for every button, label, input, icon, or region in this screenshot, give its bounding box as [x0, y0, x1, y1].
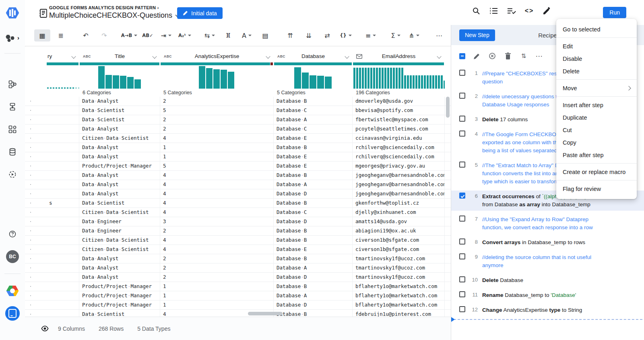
histogram-bar[interactable] [396, 68, 398, 89]
data-quality-bar[interactable] [47, 62, 78, 65]
cell-database[interactable]: Database·C [274, 208, 353, 217]
cell-title[interactable]: Data·Engineer [79, 226, 160, 235]
aggregate-button[interactable]: Σ [388, 29, 404, 41]
cell-col0[interactable] [46, 124, 79, 133]
cell-database[interactable]: Database·B [274, 226, 353, 235]
cell-title[interactable]: Product/Project·Manager [79, 291, 160, 300]
histogram-bar[interactable] [427, 75, 429, 89]
cell-title[interactable]: Product/Project·Manager [79, 162, 160, 170]
table-row[interactable]: Data·Analyst2Database·Bdmoverley8@usda.g… [25, 97, 451, 106]
column-header-email[interactable]: EmailAddress196 Categories [353, 52, 445, 97]
data-quality-bar[interactable] [274, 62, 352, 65]
cell-col0[interactable] [46, 134, 79, 143]
menu-item-paste-after-step[interactable]: Paste after step [556, 149, 637, 161]
histogram-bar[interactable] [421, 75, 423, 89]
table-row[interactable]: Data·Analyst4Database·Djgeogheganv@barne… [25, 189, 451, 199]
cell-analytics[interactable]: 2 [160, 226, 274, 235]
cell-analytics[interactable]: 2 [160, 97, 274, 106]
cell-analytics[interactable]: 2 [160, 124, 274, 133]
table-row[interactable]: Data·Analyst1Database·Erchilverq@science… [25, 152, 451, 162]
merge-columns-button[interactable]: ][ [220, 29, 236, 41]
cell-col0[interactable] [46, 208, 79, 217]
table-row[interactable]: Data·Analyst2Database·Cpcoytel@seattleti… [25, 124, 451, 134]
cell-title[interactable]: Data·Analyst [79, 180, 160, 189]
histogram-bar[interactable] [404, 75, 406, 89]
histogram-bar[interactable] [384, 68, 386, 89]
reorder-steps-icon[interactable]: ⇅ [519, 52, 528, 60]
histogram-bar[interactable] [398, 68, 400, 89]
histogram-bar[interactable] [356, 68, 358, 89]
recipe-step-10[interactable]: 10Delete Database [451, 274, 644, 286]
column-header-title[interactable]: ABCTitle6 Categories [79, 52, 160, 97]
histogram-bar[interactable] [72, 87, 74, 89]
steps-check-icon[interactable] [507, 6, 516, 15]
table-row[interactable]: Data·Scientist2Database·Afbertwistlec@my… [25, 115, 451, 124]
menu-item-move[interactable]: Move [556, 82, 637, 94]
histogram-bar[interactable] [221, 70, 227, 89]
table-row[interactable]: Data·Scientist4Database·Bfdebruijn1u@pin… [25, 310, 451, 317]
step-text[interactable]: Change AnalyticsExpertise type to String [482, 306, 641, 314]
cell-email[interactable]: pcoytel@seattletimes.com [353, 124, 445, 133]
cell-analytics[interactable]: 4 [160, 189, 274, 198]
transpose-button[interactable]: ⇄ [319, 29, 335, 41]
menu-item-cut[interactable]: Cut [556, 124, 637, 136]
cell-analytics[interactable]: 4 [160, 208, 274, 217]
step-checkbox[interactable] [459, 276, 465, 282]
cell-database[interactable]: Database·C [274, 106, 353, 115]
breadcrumb[interactable]: GOOGLE FORMS ANALYTICS DESIGN PATTERN › [49, 5, 159, 10]
horizontal-scrollbar[interactable] [248, 312, 283, 315]
cell-col0[interactable] [46, 217, 79, 226]
recipe-step-8[interactable]: 8Convert arrays in Database_temp to rows [451, 236, 644, 249]
cell-col0[interactable] [46, 310, 79, 317]
cell-email[interactable]: abiagioni19@ox.ac.uk [353, 226, 445, 235]
data-quality-bar[interactable] [161, 62, 273, 65]
cell-database[interactable]: Database·B [274, 97, 353, 106]
histogram-bar[interactable] [120, 76, 126, 89]
cell-analytics[interactable]: 3 [160, 217, 274, 226]
cell-database[interactable]: Database·D [274, 189, 353, 198]
recipe-step-11[interactable]: 11Rename Database_temp to 'Database' [451, 289, 644, 301]
cell-database[interactable]: Database·E [274, 152, 353, 161]
format-text-button[interactable]: A [239, 29, 255, 41]
table-row[interactable]: Data·Analyst2Database·Btmartinovsky1f@uc… [25, 254, 451, 263]
histogram-bar[interactable] [373, 68, 375, 89]
cell-col0[interactable] [46, 245, 79, 254]
column-name[interactable]: Database [274, 53, 353, 59]
cell-database[interactable]: Database·B [274, 310, 353, 317]
cell-title[interactable]: Data·Analyst [79, 263, 160, 272]
cell-email[interactable]: djelly@xinhuanet.com [353, 208, 445, 217]
cell-database[interactable]: Database·B [274, 143, 353, 152]
cell-title[interactable]: Data·Engineer [79, 217, 160, 226]
initial-data-button[interactable]: Initial data [177, 7, 223, 19]
cell-col0[interactable] [46, 236, 79, 245]
list-view-button[interactable]: ≣ [53, 29, 69, 41]
histogram-bar[interactable] [70, 87, 71, 89]
histogram-bar[interactable] [370, 68, 372, 89]
menu-item-flag-for-review[interactable]: Flag for review [556, 182, 637, 195]
table-row[interactable]: Data·Engineer3Database·Damatts14@usda.go… [25, 217, 451, 226]
run-button[interactable]: Run [603, 7, 626, 18]
cell-title[interactable]: Citizen·Data·Scientist [79, 245, 160, 254]
histogram-bar[interactable] [58, 87, 60, 89]
conditional-formatting-button[interactable]: ▤ [257, 29, 273, 41]
cell-analytics[interactable]: 5 [160, 162, 274, 170]
step-text[interactable]: //Using the "Expand Array to Row" Datapr… [482, 216, 641, 232]
column-histogram[interactable] [79, 65, 160, 89]
cell-analytics[interactable]: 2 [160, 263, 274, 272]
histogram-bar[interactable] [64, 87, 66, 89]
cell-analytics[interactable]: 4 [160, 236, 274, 245]
histogram-bar[interactable] [228, 72, 234, 89]
data-nav-icon[interactable] [0, 141, 25, 163]
histogram-bar[interactable] [376, 68, 378, 89]
cell-col0[interactable]: s [46, 199, 79, 207]
cell-database[interactable]: Database·D [274, 273, 353, 282]
step-insertion-cursor[interactable] [454, 319, 642, 320]
histogram-bar[interactable] [410, 75, 412, 89]
column-header-database[interactable]: ABCDatabase5 Categories [274, 52, 353, 97]
cell-email[interactable]: jgeogheganv@barnesandnoble.com [353, 189, 445, 198]
table-row[interactable]: Data·Analyst1Database·Brchilverq@science… [25, 143, 451, 152]
histogram-bar[interactable] [407, 75, 409, 89]
cell-title[interactable]: Data·Scientist [79, 115, 160, 124]
edit-step-icon[interactable] [472, 52, 481, 60]
histogram-bar[interactable] [418, 75, 420, 89]
